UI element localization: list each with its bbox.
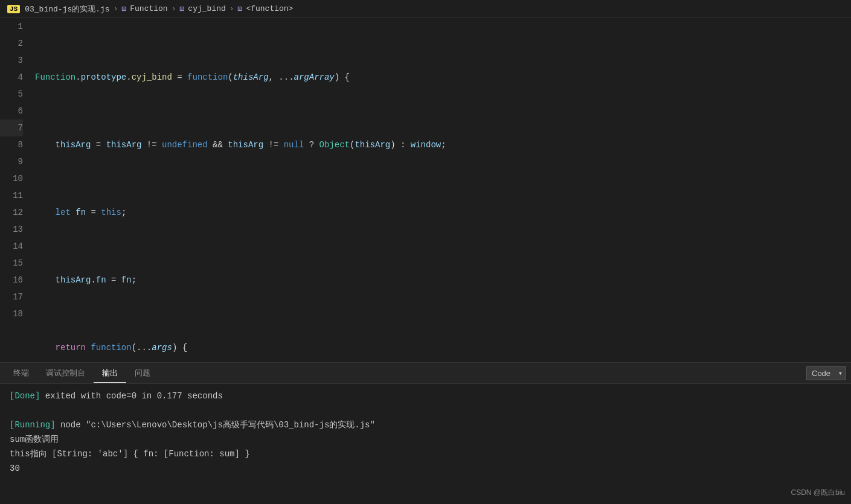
breadcrumb-segment3[interactable]: <function> bbox=[246, 4, 293, 13]
breadcrumb-segment1[interactable]: Function bbox=[130, 4, 167, 13]
line-num-15: 15 bbox=[0, 255, 23, 272]
line-numbers: 1 2 3 4 5 6 7 8 9 10 11 12 13 14 15 16 1… bbox=[0, 18, 30, 362]
line-num-18: 18 bbox=[0, 305, 23, 322]
term-line-sum: sum函数调用 bbox=[10, 432, 841, 447]
line-num-13: 13 bbox=[0, 221, 23, 238]
breadcrumb: JS 03_bind-js的实现.js › ⊡ Function › ⊡ cyj… bbox=[0, 0, 851, 18]
output-source-dropdown-wrapper[interactable]: Code ▾ bbox=[806, 366, 846, 380]
line-num-8: 8 bbox=[0, 136, 23, 153]
code-line-1: Function.prototype.cyj_bind = function(t… bbox=[35, 69, 851, 86]
line-num-14: 14 bbox=[0, 238, 23, 255]
tab-terminal[interactable]: 终端 bbox=[5, 364, 37, 382]
breadcrumb-file[interactable]: 03_bind-js的实现.js bbox=[25, 4, 109, 14]
line-num-10: 10 bbox=[0, 170, 23, 187]
line-num-4: 4 bbox=[0, 69, 23, 86]
code-content[interactable]: Function.prototype.cyj_bind = function(t… bbox=[30, 18, 851, 362]
breadcrumb-sep1: › bbox=[114, 4, 118, 13]
terminal-container: 终端 调试控制台 输出 问题 Code ▾ [Done] exited with… bbox=[0, 362, 851, 504]
line-num-12: 12 bbox=[0, 204, 23, 221]
line-num-16: 16 bbox=[0, 272, 23, 289]
watermark: CSDN @既白biu bbox=[791, 488, 845, 498]
line-num-2: 2 bbox=[0, 35, 23, 52]
js-badge: JS bbox=[7, 5, 20, 13]
term-line-number: 30 bbox=[10, 461, 841, 476]
breadcrumb-segment2[interactable]: cyj_bind bbox=[188, 4, 225, 13]
term-line-empty bbox=[10, 403, 841, 418]
editor-area: 1 2 3 4 5 6 7 8 9 10 11 12 13 14 15 16 1… bbox=[0, 18, 851, 362]
line-num-3: 3 bbox=[0, 52, 23, 69]
line-num-11: 11 bbox=[0, 187, 23, 204]
line-num-5: 5 bbox=[0, 86, 23, 103]
terminal-output[interactable]: [Done] exited with code=0 in 0.177 secon… bbox=[0, 384, 851, 504]
breadcrumb-sep3: › bbox=[230, 4, 234, 13]
tab-debug[interactable]: 调试控制台 bbox=[37, 364, 94, 382]
breadcrumb-sep2: › bbox=[172, 4, 176, 13]
terminal-right-controls: Code ▾ bbox=[806, 366, 846, 380]
tab-problems[interactable]: 问题 bbox=[126, 364, 159, 382]
code-line-2: thisArg = thisArg != undefined && thisAr… bbox=[35, 136, 851, 153]
tab-output[interactable]: 输出 bbox=[94, 364, 126, 382]
term-line-running: [Running] node "c:\Users\Lenovo\Desktop\… bbox=[10, 418, 841, 432]
terminal-tabs: 终端 调试控制台 输出 问题 Code ▾ bbox=[0, 363, 851, 384]
code-line-3: let fn = this; bbox=[35, 204, 851, 221]
function-icon1: ⊡ bbox=[121, 4, 126, 14]
code-line-4: thisArg.fn = fn; bbox=[35, 272, 851, 289]
term-line-done: [Done] exited with code=0 in 0.177 secon… bbox=[10, 389, 841, 403]
line-num-7: 7 bbox=[0, 120, 23, 136]
line-num-9: 9 bbox=[0, 153, 23, 170]
output-source-select[interactable]: Code bbox=[806, 366, 846, 380]
function-icon2: ⊡ bbox=[180, 4, 185, 14]
line-num-17: 17 bbox=[0, 289, 23, 305]
code-line-5: return function(...args) { bbox=[35, 339, 851, 356]
function-icon3: ⊡ bbox=[238, 4, 243, 14]
term-line-this: this指向 [String: 'abc'] { fn: [Function: … bbox=[10, 447, 841, 461]
line-num-1: 1 bbox=[0, 18, 23, 35]
line-num-6: 6 bbox=[0, 103, 23, 120]
